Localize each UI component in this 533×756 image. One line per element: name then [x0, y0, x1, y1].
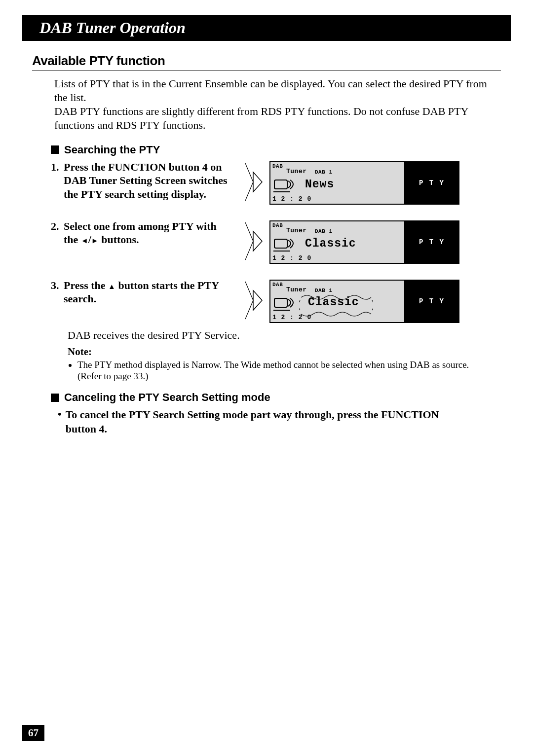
- dab-logo-icon: [273, 297, 297, 312]
- lcd-tuner-label: Tuner: [286, 286, 307, 293]
- svg-line-1: [245, 182, 253, 201]
- step-2-num: 2.: [51, 219, 62, 247]
- svg-line-8: [245, 282, 253, 300]
- cancel-instruction: • To cancel the PTY Search Setting mode …: [58, 408, 471, 436]
- diagram-1: DAB Tuner DAB 1 News 1 2 : 2 0 P T Y: [242, 161, 459, 205]
- lcd-right-top: [405, 162, 458, 177]
- svg-rect-10: [274, 298, 287, 307]
- pointer-icon: [242, 161, 265, 203]
- lcd-screen-2: DAB Tuner DAB 1 Classic 1 2 : 2 0 P T Y: [269, 220, 459, 264]
- intro-paragraphs: Lists of PTY that is in the Current Ense…: [54, 77, 501, 133]
- cancel-instruction-text: To cancel the PTY Search Setting mode pa…: [66, 408, 471, 436]
- lcd-dab1-label: DAB 1: [315, 228, 333, 234]
- lcd-dab1-label: DAB 1: [315, 288, 333, 293]
- step-3-num: 3.: [51, 279, 62, 306]
- up-arrow-icon: ▲: [108, 282, 115, 290]
- lcd-right-bottom: [405, 309, 458, 322]
- subhead-canceling-text: Canceling the PTY Search Setting mode: [64, 391, 270, 404]
- lcd-2-main-text: Classic: [305, 237, 356, 250]
- subhead-canceling: Canceling the PTY Search Setting mode: [51, 391, 501, 404]
- lcd-tuner-label: Tuner: [286, 168, 307, 175]
- step-1-num: 1.: [51, 160, 62, 201]
- step-2-row: 2. Select one from among PTY with the ◄/…: [51, 219, 501, 264]
- dab-logo-icon: [273, 179, 297, 194]
- square-bullet-icon: [51, 394, 59, 402]
- step-2-body: Select one from among PTY with the ◄/► b…: [64, 219, 233, 247]
- step-3-body: Press the ▲ button starts the PTY search…: [64, 279, 233, 306]
- lcd-time: 1 2 : 2 0: [272, 314, 311, 321]
- lcd-3-main-text: Classic: [308, 296, 359, 309]
- lcd-right-top: [405, 221, 458, 236]
- lcd-right-pty: P T Y: [405, 176, 458, 190]
- intro-p2: DAB PTY functions are slightly different…: [54, 105, 501, 132]
- subhead-searching-text: Searching the PTY: [64, 144, 160, 156]
- svg-line-9: [245, 300, 253, 319]
- page-header: DAB Tuner Operation: [22, 15, 511, 41]
- pointer-icon: [242, 280, 265, 322]
- lcd-right-top: [405, 281, 458, 295]
- lcd-screen-1: DAB Tuner DAB 1 News 1 2 : 2 0 P T Y: [269, 161, 459, 205]
- pointer-icon: [242, 220, 265, 262]
- lcd-1-main-text: News: [305, 178, 334, 191]
- lcd-right-bottom: [405, 190, 458, 204]
- left-arrow-icon: ◄: [81, 237, 88, 245]
- lcd-dab1-label: DAB 1: [315, 169, 333, 175]
- dab-logo-icon: [273, 238, 297, 253]
- step-1-text: 1. Press the FUNCTION button 4 on DAB Tu…: [51, 160, 233, 201]
- bullet-icon: •: [58, 408, 62, 436]
- svg-rect-2: [274, 180, 287, 189]
- step-3-row: 3. Press the ▲ button starts the PTY sea…: [51, 279, 501, 323]
- diagram-2: DAB Tuner DAB 1 Classic 1 2 : 2 0 P T Y: [242, 220, 459, 264]
- lcd-right-pty: P T Y: [405, 294, 458, 309]
- lcd-time: 1 2 : 2 0: [272, 254, 311, 262]
- after-step3-text: DAB receives the desired PTY Service.: [68, 329, 501, 342]
- lcd-dab-label: DAB: [272, 222, 283, 228]
- note-bullets: The PTY method displayed is Narrow. The …: [77, 359, 471, 383]
- note-bullet-1: The PTY method displayed is Narrow. The …: [77, 359, 471, 383]
- diagram-3: DAB Tuner DAB 1 Classi: [242, 280, 459, 323]
- svg-line-5: [245, 241, 253, 260]
- lcd-time: 1 2 : 2 0: [272, 195, 311, 203]
- svg-line-4: [245, 222, 253, 241]
- lcd-right-pty: P T Y: [405, 235, 458, 250]
- right-arrow-icon: ►: [91, 237, 99, 245]
- lcd-screen-3: DAB Tuner DAB 1 Classi: [269, 280, 459, 323]
- note-label: Note:: [68, 346, 501, 358]
- step-1-body: Press the FUNCTION button 4 on DAB Tuner…: [64, 160, 233, 201]
- svg-rect-6: [274, 239, 287, 248]
- step-1-row: 1. Press the FUNCTION button 4 on DAB Tu…: [51, 160, 501, 205]
- square-bullet-icon: [51, 145, 59, 154]
- subhead-searching: Searching the PTY: [51, 144, 501, 156]
- svg-line-0: [245, 163, 253, 182]
- intro-p1: Lists of PTY that is in the Current Ense…: [54, 77, 501, 105]
- step-2-text: 2. Select one from among PTY with the ◄/…: [51, 219, 233, 247]
- lcd-tuner-label: Tuner: [286, 227, 307, 234]
- step-3-text: 3. Press the ▲ button starts the PTY sea…: [51, 279, 233, 306]
- lcd-dab-label: DAB: [272, 282, 283, 288]
- section-title: Available PTY function: [32, 53, 501, 71]
- page-number: 67: [22, 725, 44, 741]
- lcd-dab-label: DAB: [272, 163, 283, 169]
- lcd-right-bottom: [405, 250, 458, 263]
